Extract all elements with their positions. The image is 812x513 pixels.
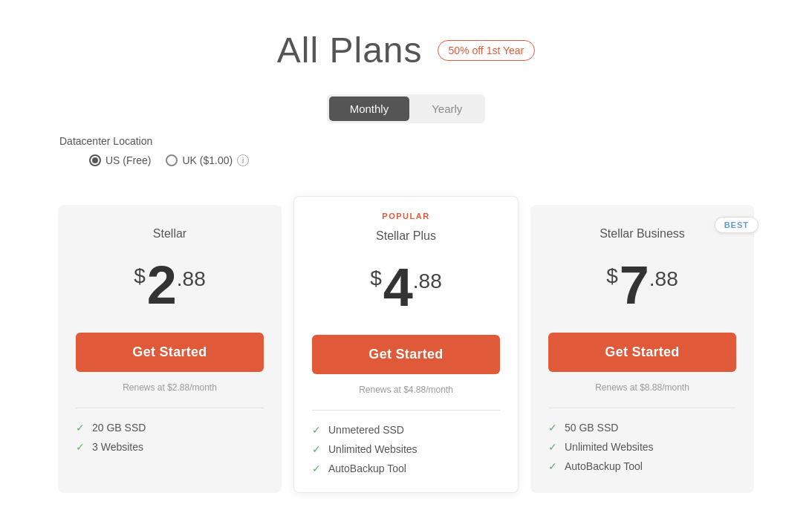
page-header: All Plans 50% off 1st Year — [30, 30, 782, 71]
radio-group: US (Free) UK ($1.00) i — [89, 154, 249, 166]
check-icon: ✓ — [76, 422, 85, 434]
billing-toggle: Monthly Yearly — [327, 94, 486, 123]
feature-stellar-1: ✓ 3 Websites — [76, 441, 264, 453]
feature-label-stellar-business-0: 50 GB SSD — [565, 422, 618, 434]
radio-circle-uk — [166, 154, 178, 166]
feature-stellar-0: ✓ 20 GB SSD — [76, 422, 264, 434]
feature-label-stellar-plus-0: Unmetered SSD — [328, 424, 404, 436]
radio-us[interactable]: US (Free) — [89, 154, 151, 166]
info-icon[interactable]: i — [237, 154, 249, 166]
plan-card-stellar: Stellar $ 2 .88 Get Started Renews at $2… — [58, 205, 282, 493]
plan-card-stellar-plus: POPULAR Stellar Plus $ 4 .88 Get Started… — [293, 196, 519, 493]
check-icon: ✓ — [548, 441, 557, 453]
radio-us-label: US (Free) — [105, 154, 151, 166]
check-icon: ✓ — [76, 441, 85, 453]
best-badge: BEST — [715, 217, 759, 233]
feature-label-stellar-plus-2: AutoBackup Tool — [328, 463, 406, 474]
feature-stellar-plus-0: ✓ Unmetered SSD — [312, 424, 500, 436]
price-dollar-stellar: $ — [134, 264, 146, 288]
price-row-stellar-business: $ 7 .88 — [548, 258, 736, 312]
radio-dot-us — [92, 157, 98, 163]
discount-badge: 50% off 1st Year — [438, 40, 536, 61]
feature-stellar-plus-2: ✓ AutoBackup Tool — [312, 463, 500, 474]
price-row-stellar-plus: $ 4 .88 — [312, 261, 500, 314]
plan-card-stellar-business: BEST Stellar Business $ 7 .88 Get Starte… — [530, 205, 754, 493]
feature-label-stellar-business-2: AutoBackup Tool — [565, 460, 643, 472]
left-controls: Datacenter Location US (Free) UK ($1.00)… — [59, 135, 249, 190]
price-cents-stellar-business: .88 — [649, 267, 678, 291]
divider-stellar — [76, 408, 264, 408]
radio-uk-label: UK ($1.00) — [182, 154, 233, 166]
monthly-toggle-btn[interactable]: Monthly — [329, 97, 410, 121]
divider-stellar-plus — [312, 410, 500, 411]
yearly-toggle-btn[interactable]: Yearly — [411, 97, 483, 121]
features-stellar: ✓ 20 GB SSD ✓ 3 Websites — [76, 422, 264, 453]
datacenter-label: Datacenter Location — [59, 135, 237, 147]
check-icon: ✓ — [312, 443, 321, 455]
feature-stellar-business-1: ✓ Unlimited Websites — [548, 441, 736, 453]
renews-stellar-plus: Renews at $4.88/month — [312, 385, 500, 395]
radio-circle-us — [89, 154, 101, 166]
page-title: All Plans — [277, 30, 423, 71]
feature-stellar-business-0: ✓ 50 GB SSD — [548, 422, 736, 434]
feature-stellar-plus-1: ✓ Unlimited Websites — [312, 443, 500, 455]
price-cents-stellar-plus: .88 — [413, 269, 442, 293]
get-started-stellar-plus[interactable]: Get Started — [312, 335, 500, 374]
price-dollar-stellar-business: $ — [606, 264, 618, 288]
price-row-stellar: $ 2 .88 — [76, 258, 264, 312]
check-icon: ✓ — [548, 460, 557, 472]
renews-stellar: Renews at $2.88/month — [76, 382, 264, 393]
check-icon: ✓ — [312, 463, 321, 474]
renews-stellar-business: Renews at $8.88/month — [548, 382, 736, 393]
get-started-stellar-business[interactable]: Get Started — [548, 333, 736, 372]
price-main-stellar-business: 7 — [620, 258, 649, 312]
billing-toggle-row: Monthly Yearly — [30, 94, 782, 123]
price-cents-stellar: .88 — [177, 267, 206, 291]
price-main-stellar-plus: 4 — [383, 261, 413, 314]
plan-name-stellar-plus: Stellar Plus — [312, 229, 500, 243]
get-started-stellar[interactable]: Get Started — [76, 333, 264, 372]
radio-uk[interactable]: UK ($1.00) i — [166, 154, 249, 166]
plan-name-stellar-business: Stellar Business — [548, 227, 736, 241]
top-controls: Datacenter Location US (Free) UK ($1.00)… — [30, 135, 782, 190]
feature-label-stellar-plus-1: Unlimited Websites — [328, 443, 418, 455]
divider-stellar-business — [548, 408, 736, 408]
plan-name-stellar: Stellar — [76, 227, 264, 241]
check-icon: ✓ — [548, 422, 557, 434]
features-stellar-plus: ✓ Unmetered SSD ✓ Unlimited Websites ✓ A… — [312, 424, 500, 474]
feature-label-stellar-1: 3 Websites — [92, 441, 143, 453]
popular-label: POPULAR — [312, 212, 500, 220]
feature-label-stellar-business-1: Unlimited Websites — [565, 441, 654, 453]
plans-grid: Stellar $ 2 .88 Get Started Renews at $2… — [30, 205, 782, 493]
feature-stellar-business-2: ✓ AutoBackup Tool — [548, 460, 736, 472]
check-icon: ✓ — [312, 424, 321, 436]
feature-label-stellar-0: 20 GB SSD — [92, 422, 146, 434]
price-dollar-stellar-plus: $ — [370, 267, 382, 290]
price-main-stellar: 2 — [147, 258, 177, 312]
features-stellar-business: ✓ 50 GB SSD ✓ Unlimited Websites ✓ AutoB… — [548, 422, 736, 472]
